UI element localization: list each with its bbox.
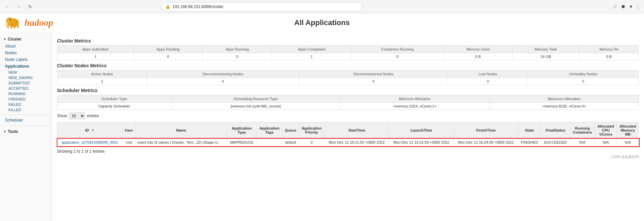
th-state[interactable]: State	[518, 122, 541, 139]
watermark: CSDN @蓝黑2020	[57, 155, 639, 159]
entries-label: entries	[87, 114, 99, 118]
th-final-status[interactable]: FinalStatus	[541, 122, 570, 139]
svg-point-8	[10, 19, 11, 20]
forward-button[interactable]: →	[15, 3, 23, 11]
cell-final-status: SUCCEEDED	[541, 139, 570, 146]
sidebar-item-applications[interactable]: Applications	[0, 63, 52, 70]
val-scheduling-resource-type: [memory-mb (unit=Mi), vcores]	[171, 103, 340, 110]
th-app-type[interactable]: ApplicationType	[227, 122, 257, 139]
sidebar-item-about[interactable]: About	[0, 43, 52, 50]
col-decommissioned-nodes: Decommissioned Nodes	[299, 70, 448, 78]
cell-priority: 0	[299, 139, 325, 146]
cell-app-tags	[257, 139, 282, 146]
th-alloc-cpu[interactable]: AllocatedCPUVCores	[595, 122, 617, 139]
col-memory-total: Memory Total	[513, 46, 579, 53]
th-running-containers[interactable]: RunningContainers	[570, 122, 595, 139]
extensions-icon[interactable]: ◾	[620, 3, 627, 10]
entries-select[interactable]: 10 20 50 100	[69, 113, 85, 119]
cell-app-type: MAPREDUCE	[227, 139, 257, 146]
sidebar-item-submitted[interactable]: SUBMITTED	[0, 80, 52, 86]
val-apps-submitted: 1	[57, 53, 134, 60]
cell-app-id: application_1670814380696_0001	[57, 139, 123, 146]
apps-table-header-row: ID ▼ User Name ApplicationType Applicati…	[57, 122, 639, 139]
scheduler-metrics-row: Capacity Scheduler [memory-mb (unit=Mi),…	[57, 103, 639, 110]
hadoop-logo-text: hadoop	[24, 17, 53, 28]
showing-entries-text: Showing 1 to 1 of 1 entries	[57, 149, 639, 154]
address-bar[interactable]: 🔒 192.168.88.151:8088/cluster	[161, 2, 362, 11]
profile-icon[interactable]: ●	[629, 3, 633, 10]
sidebar-divider	[0, 115, 52, 115]
sidebar-item-accepted[interactable]: ACCEPTED	[0, 86, 52, 91]
val-minimum-allocation: <memory:1024, vCores:1>	[340, 103, 489, 110]
val-scheduler-type: Capacity Scheduler	[57, 103, 171, 110]
th-id[interactable]: ID ▼	[57, 122, 123, 139]
cluster-label: Cluster	[8, 37, 21, 42]
cluster-section-header[interactable]: Cluster	[0, 35, 52, 43]
sidebar-item-node-labels[interactable]: Node Labels	[0, 56, 52, 63]
sidebar: Cluster About Nodes Node Labels Applicat…	[0, 32, 52, 221]
table-row: application_1670814380696_0001 root inse…	[57, 139, 639, 146]
col-active-nodes: Active Nodes	[57, 70, 147, 78]
col-apps-completed: Apps Completed	[272, 46, 351, 53]
col-minimum-allocation: Minimum Allocation	[340, 95, 489, 103]
col-apps-running: Apps Running	[203, 46, 272, 53]
th-alloc-mem[interactable]: AllocatedMemoryMB	[617, 122, 639, 139]
sidebar-item-nodes[interactable]: Nodes	[0, 50, 52, 56]
val-decommissioned-nodes: 0	[299, 78, 448, 85]
th-user[interactable]: User	[122, 122, 135, 139]
svg-rect-3	[11, 26, 12, 29]
cell-running-containers: N/A	[570, 139, 595, 146]
back-button[interactable]: ←	[3, 3, 11, 11]
th-launch-time[interactable]: LaunchTime	[389, 122, 453, 139]
col-apps-pending: Apps Pending	[133, 46, 203, 53]
val-containers-running: 0	[351, 53, 443, 60]
refresh-button[interactable]: ↻	[26, 3, 34, 11]
cell-start-time: Mon Dec 12 16:21:55 +0800 2022	[324, 139, 389, 146]
th-start-time[interactable]: StartTime	[324, 122, 389, 139]
bookmark-icon[interactable]: ☆	[612, 3, 617, 10]
val-apps-running: 0	[203, 53, 272, 60]
tools-label: Tools	[8, 129, 18, 134]
sidebar-item-killed[interactable]: KILLED	[0, 107, 52, 113]
cluster-metrics-row: 1 0 0 1 0 0 B 24 GB 0 B	[57, 53, 639, 60]
col-decommissioning-nodes: Decommissioning Nodes	[147, 70, 299, 78]
app-id-link[interactable]: application_1670814380696_0001	[61, 140, 118, 144]
sidebar-item-failed[interactable]: FAILED	[0, 102, 52, 107]
tools-section-header[interactable]: Tools	[0, 128, 52, 135]
cell-finish-time: Mon Dec 12 16:24:09 +0800 2022	[453, 139, 518, 146]
cell-state: FINISHED	[518, 139, 541, 146]
col-maximum-allocation: Maximum Allocation	[489, 95, 639, 103]
menu-icon[interactable]: ⋮	[635, 3, 641, 10]
sidebar-item-finished[interactable]: FINISHED	[0, 96, 52, 102]
cluster-metrics-title: Cluster Metrics	[57, 38, 639, 44]
val-apps-completed: 1	[272, 53, 351, 60]
svg-rect-4	[14, 26, 15, 29]
sidebar-item-new[interactable]: NEW	[0, 70, 52, 75]
val-unhealthy-nodes: 0	[528, 78, 639, 85]
th-app-tags[interactable]: ApplicationTags	[257, 122, 282, 139]
hadoop-elephant-icon	[5, 15, 22, 30]
cluster-metrics-table: Apps Submitted Apps Pending Apps Running…	[57, 45, 639, 60]
applications-table: ID ▼ User Name ApplicationType Applicati…	[57, 122, 639, 146]
col-memory-used: Memory Used	[443, 46, 513, 53]
cell-launch-time: Mon Dec 12 16:22:09 +0800 2022	[389, 139, 453, 146]
cluster-nodes-row: 3 0 0 0 0	[57, 78, 639, 85]
sidebar-item-running[interactable]: RUNNING	[0, 91, 52, 96]
th-app-priority[interactable]: ApplicationPriority	[299, 122, 325, 139]
browser-chrome: ← → ↻ 🔒 192.168.88.151:8088/cluster ☆ ◾ …	[0, 0, 644, 13]
val-decommissioning-nodes: 0	[147, 78, 299, 85]
cell-alloc-cpu: N/A	[595, 139, 617, 146]
sidebar-item-new-saving[interactable]: NEW_SAVING	[0, 75, 52, 80]
cell-queue: default	[282, 139, 299, 146]
th-finish-time[interactable]: FinishTime	[453, 122, 518, 139]
th-queue[interactable]: Queue	[282, 122, 299, 139]
th-name[interactable]: Name	[136, 122, 227, 139]
cell-user: root	[122, 139, 135, 146]
col-scheduler-type: Scheduler Type	[57, 95, 171, 103]
cell-name: insert into t3 values ('zhaoliu', 'fem..…	[136, 139, 227, 146]
val-maximum-allocation: <memory:8192, vCores:4>	[489, 103, 639, 110]
sidebar-item-scheduler[interactable]: Scheduler	[0, 117, 52, 124]
show-label: Show	[57, 114, 67, 118]
val-lost-nodes: 0	[448, 78, 528, 85]
val-apps-pending: 0	[133, 53, 203, 60]
